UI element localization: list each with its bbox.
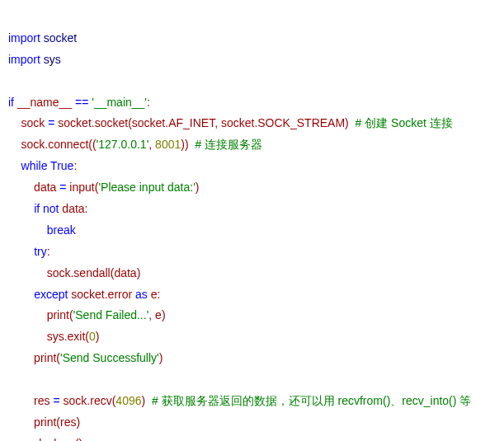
line-12: except socket.error as e: — [8, 288, 160, 301]
line-4: sock = socket.socket(socket.AF_INET, soc… — [8, 116, 453, 129]
line-17: print(res) — [8, 415, 80, 429]
line-3: if __name__ == '__main__': — [8, 96, 150, 109]
line-11: sock.sendall(data) — [8, 266, 140, 279]
line-13: print('Send Failed...', e) — [8, 308, 166, 321]
line-6: while True: — [8, 159, 77, 172]
line-14: sys.exit(0) — [8, 330, 99, 343]
line-8: if not data: — [8, 202, 88, 215]
blank-line — [8, 373, 12, 386]
line-1: import socket — [8, 31, 77, 45]
line-9: break — [8, 223, 76, 237]
line-18: sock.close() — [8, 437, 82, 441]
blank-line — [8, 74, 12, 87]
line-5: sock.connect(('127.0.0.1', 8001)) # 连接服务… — [8, 138, 262, 151]
line-7: data = input('Please input data:') — [8, 181, 199, 194]
line-16: res = sock.recv(4096) # 获取服务器返回的数据，还可以用 … — [8, 394, 471, 407]
line-2: import sys — [8, 53, 61, 66]
line-15: print('Send Successfully') — [8, 351, 163, 364]
line-10: try: — [8, 245, 50, 258]
code-block: import socket import sys if __name__ == … — [8, 7, 496, 441]
